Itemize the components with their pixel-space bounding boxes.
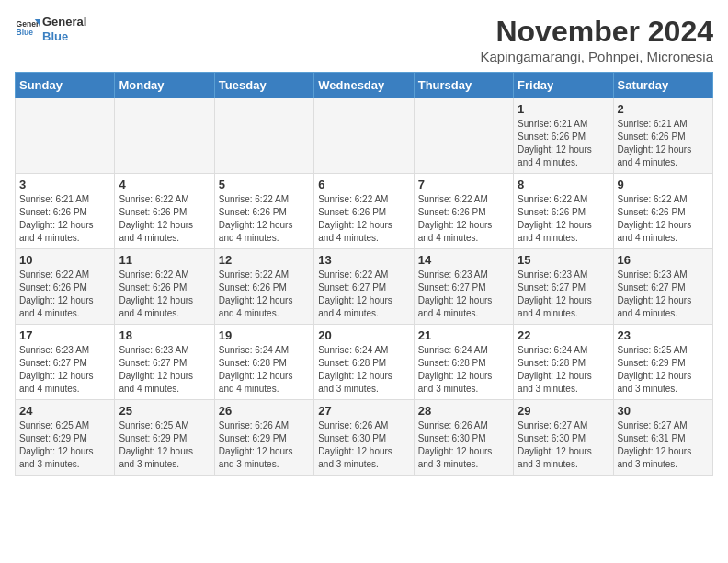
calendar-cell: 19Sunrise: 6:24 AMSunset: 6:28 PMDayligh… (214, 325, 313, 400)
calendar-cell: 4Sunrise: 6:22 AMSunset: 6:26 PMDaylight… (115, 174, 214, 249)
weekday-header: Monday (115, 73, 214, 98)
day-number: 2 (618, 102, 709, 116)
calendar-week-row: 1Sunrise: 6:21 AMSunset: 6:26 PMDaylight… (16, 98, 713, 174)
day-number: 20 (318, 328, 409, 342)
day-info: Sunrise: 6:22 AMSunset: 6:26 PMDaylight:… (219, 193, 310, 245)
calendar-cell: 18Sunrise: 6:23 AMSunset: 6:27 PMDayligh… (115, 325, 214, 400)
calendar-cell: 23Sunrise: 6:25 AMSunset: 6:29 PMDayligh… (613, 325, 712, 400)
calendar-cell: 13Sunrise: 6:22 AMSunset: 6:27 PMDayligh… (314, 249, 414, 325)
day-number: 1 (518, 102, 609, 116)
day-info: Sunrise: 6:26 AMSunset: 6:29 PMDaylight:… (219, 419, 310, 471)
day-number: 24 (19, 404, 110, 418)
day-number: 17 (19, 328, 110, 342)
calendar-week-row: 3Sunrise: 6:21 AMSunset: 6:26 PMDaylight… (16, 174, 713, 249)
day-info: Sunrise: 6:23 AMSunset: 6:27 PMDaylight:… (518, 269, 609, 320)
day-info: Sunrise: 6:21 AMSunset: 6:26 PMDaylight:… (618, 118, 709, 169)
calendar-cell (314, 98, 414, 174)
day-info: Sunrise: 6:25 AMSunset: 6:29 PMDaylight:… (618, 344, 709, 396)
weekday-header: Tuesday (214, 73, 313, 98)
calendar-cell: 17Sunrise: 6:23 AMSunset: 6:27 PMDayligh… (16, 325, 115, 400)
svg-text:Blue: Blue (17, 28, 34, 37)
calendar-week-row: 17Sunrise: 6:23 AMSunset: 6:27 PMDayligh… (16, 325, 713, 400)
day-info: Sunrise: 6:23 AMSunset: 6:27 PMDaylight:… (119, 344, 210, 396)
location-title: Kapingamarangi, Pohnpei, Micronesia (481, 49, 713, 64)
calendar-cell: 20Sunrise: 6:24 AMSunset: 6:28 PMDayligh… (314, 325, 414, 400)
calendar-cell: 25Sunrise: 6:25 AMSunset: 6:29 PMDayligh… (115, 400, 214, 476)
day-number: 26 (219, 404, 310, 418)
day-number: 21 (418, 328, 509, 342)
calendar-cell: 30Sunrise: 6:27 AMSunset: 6:31 PMDayligh… (613, 400, 712, 476)
calendar-cell: 7Sunrise: 6:22 AMSunset: 6:26 PMDaylight… (414, 174, 513, 249)
calendar-cell: 2Sunrise: 6:21 AMSunset: 6:26 PMDaylight… (613, 98, 712, 174)
calendar-cell (115, 98, 214, 174)
day-info: Sunrise: 6:23 AMSunset: 6:27 PMDaylight:… (418, 269, 509, 320)
logo: General Blue General Blue (15, 15, 86, 43)
day-info: Sunrise: 6:26 AMSunset: 6:30 PMDaylight:… (418, 419, 509, 471)
calendar-cell: 14Sunrise: 6:23 AMSunset: 6:27 PMDayligh… (414, 249, 513, 325)
calendar-cell: 5Sunrise: 6:22 AMSunset: 6:26 PMDaylight… (214, 174, 313, 249)
day-number: 23 (618, 328, 709, 342)
day-info: Sunrise: 6:22 AMSunset: 6:26 PMDaylight:… (618, 193, 709, 245)
day-number: 5 (219, 178, 310, 191)
day-number: 7 (418, 178, 509, 191)
logo-line2: Blue (42, 29, 86, 44)
day-number: 18 (119, 328, 210, 342)
day-number: 29 (518, 404, 609, 418)
day-number: 10 (19, 253, 110, 267)
day-number: 8 (518, 178, 609, 191)
title-block: November 2024 Kapingamarangi, Pohnpei, M… (481, 15, 713, 64)
calendar-table: SundayMondayTuesdayWednesdayThursdayFrid… (15, 72, 713, 476)
logo-line1: General (42, 15, 86, 29)
calendar-week-row: 10Sunrise: 6:22 AMSunset: 6:26 PMDayligh… (16, 249, 713, 325)
day-info: Sunrise: 6:22 AMSunset: 6:26 PMDaylight:… (518, 193, 609, 245)
day-number: 16 (618, 253, 709, 267)
calendar-cell: 1Sunrise: 6:21 AMSunset: 6:26 PMDaylight… (514, 98, 613, 174)
day-info: Sunrise: 6:21 AMSunset: 6:26 PMDaylight:… (19, 193, 110, 245)
day-info: Sunrise: 6:21 AMSunset: 6:26 PMDaylight:… (518, 118, 609, 169)
day-info: Sunrise: 6:25 AMSunset: 6:29 PMDaylight:… (119, 419, 210, 471)
calendar-cell: 6Sunrise: 6:22 AMSunset: 6:26 PMDaylight… (314, 174, 414, 249)
logo-icon: General Blue (15, 17, 40, 42)
day-number: 28 (418, 404, 509, 418)
calendar-cell: 10Sunrise: 6:22 AMSunset: 6:26 PMDayligh… (16, 249, 115, 325)
day-info: Sunrise: 6:23 AMSunset: 6:27 PMDaylight:… (19, 344, 110, 396)
day-info: Sunrise: 6:22 AMSunset: 6:26 PMDaylight:… (119, 269, 210, 320)
day-number: 15 (518, 253, 609, 267)
day-number: 14 (418, 253, 509, 267)
calendar-cell: 3Sunrise: 6:21 AMSunset: 6:26 PMDaylight… (16, 174, 115, 249)
day-info: Sunrise: 6:22 AMSunset: 6:26 PMDaylight:… (318, 193, 409, 245)
day-number: 9 (618, 178, 709, 191)
day-number: 6 (318, 178, 409, 191)
calendar-cell: 28Sunrise: 6:26 AMSunset: 6:30 PMDayligh… (414, 400, 513, 476)
day-number: 4 (119, 178, 210, 191)
day-number: 30 (618, 404, 709, 418)
day-info: Sunrise: 6:22 AMSunset: 6:26 PMDaylight:… (418, 193, 509, 245)
day-info: Sunrise: 6:22 AMSunset: 6:26 PMDaylight:… (119, 193, 210, 245)
month-title: November 2024 (481, 15, 713, 49)
day-info: Sunrise: 6:24 AMSunset: 6:28 PMDaylight:… (219, 344, 310, 396)
day-info: Sunrise: 6:24 AMSunset: 6:28 PMDaylight:… (418, 344, 509, 396)
day-info: Sunrise: 6:27 AMSunset: 6:31 PMDaylight:… (618, 419, 709, 471)
calendar-cell: 12Sunrise: 6:22 AMSunset: 6:26 PMDayligh… (214, 249, 313, 325)
weekday-header: Wednesday (314, 73, 414, 98)
calendar-cell: 21Sunrise: 6:24 AMSunset: 6:28 PMDayligh… (414, 325, 513, 400)
day-info: Sunrise: 6:26 AMSunset: 6:30 PMDaylight:… (318, 419, 409, 471)
weekday-header: Thursday (414, 73, 513, 98)
day-number: 12 (219, 253, 310, 267)
calendar-week-row: 24Sunrise: 6:25 AMSunset: 6:29 PMDayligh… (16, 400, 713, 476)
page-header: General Blue General Blue November 2024 … (15, 15, 713, 64)
day-info: Sunrise: 6:27 AMSunset: 6:30 PMDaylight:… (518, 419, 609, 471)
day-number: 27 (318, 404, 409, 418)
day-info: Sunrise: 6:23 AMSunset: 6:27 PMDaylight:… (618, 269, 709, 320)
day-number: 22 (518, 328, 609, 342)
calendar-cell: 9Sunrise: 6:22 AMSunset: 6:26 PMDaylight… (613, 174, 712, 249)
weekday-header: Friday (514, 73, 613, 98)
day-info: Sunrise: 6:22 AMSunset: 6:26 PMDaylight:… (219, 269, 310, 320)
day-number: 11 (119, 253, 210, 267)
calendar-cell: 27Sunrise: 6:26 AMSunset: 6:30 PMDayligh… (314, 400, 414, 476)
weekday-header: Saturday (613, 73, 712, 98)
calendar-header-row: SundayMondayTuesdayWednesdayThursdayFrid… (16, 73, 713, 98)
calendar-cell: 16Sunrise: 6:23 AMSunset: 6:27 PMDayligh… (613, 249, 712, 325)
calendar-cell: 24Sunrise: 6:25 AMSunset: 6:29 PMDayligh… (16, 400, 115, 476)
day-info: Sunrise: 6:24 AMSunset: 6:28 PMDaylight:… (318, 344, 409, 396)
